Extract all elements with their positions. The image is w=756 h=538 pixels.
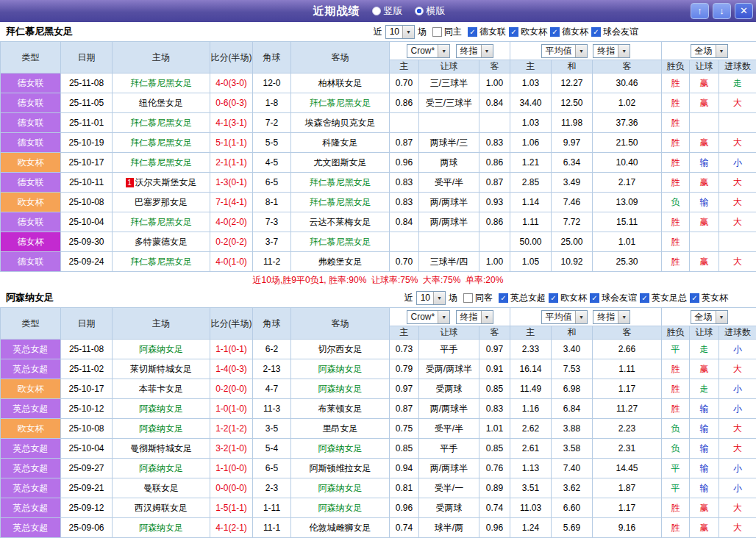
avg-away-odds: 21.50 <box>593 133 662 153</box>
col-handicap-result: 让球 <box>690 326 719 340</box>
section-header: 阿森纳女足 近 10▼ 场 同客 ✓英总女超✓欧女杯✓球会友谊✓英女足总✓英女杯 <box>0 288 756 307</box>
scroll-down-button[interactable]: ↓ <box>713 3 731 19</box>
corner-score: 1-8 <box>253 93 291 113</box>
away-team: 柏林联女足 <box>291 73 390 93</box>
corner-score: 2-13 <box>253 359 291 379</box>
scroll-up-button[interactable]: ↑ <box>691 3 709 19</box>
avg-away-odds: 13.09 <box>593 193 662 212</box>
league-filter-checkbox[interactable]: ✓球会友谊 <box>591 26 638 38</box>
handicap-line: 受平/半 <box>419 419 479 439</box>
league-label: 英总女超 <box>1 359 60 379</box>
col-type: 类型 <box>1 42 61 73</box>
handicap-line: 两/两球半 <box>419 193 479 212</box>
league-label: 德女杯 <box>1 232 60 251</box>
average-select[interactable]: 平均值▼ <box>541 310 588 324</box>
league-badge: 德女联 <box>1 93 61 113</box>
handicap-result-badge: 输 <box>690 439 719 459</box>
odds-final-select[interactable]: 终指▼ <box>456 310 493 324</box>
handicap-home-odds: 0.70 <box>390 73 419 93</box>
goals-result-badge: 小 <box>719 379 756 399</box>
league-filter-checkbox[interactable]: ✓英女足总 <box>640 292 687 304</box>
col-avg-home: 主 <box>510 60 552 73</box>
avg-away-odds: 1.17 <box>593 379 662 399</box>
layout-radio-vertical[interactable]: 竖版 <box>372 4 403 18</box>
odds-source-select[interactable]: Crow*▼ <box>407 44 451 58</box>
result-badge: 胜 <box>662 93 690 113</box>
league-filter-checkbox[interactable]: ✓欧女杯 <box>549 292 587 304</box>
result-badge: 胜 <box>662 399 690 419</box>
avg-draw-odds: 11.98 <box>552 113 593 133</box>
filters: 近 10▼ 场 同客 ✓英总女超✓欧女杯✓球会友谊✓英女足总✓英女杯 <box>404 291 728 305</box>
odds-source-select[interactable]: Crow*▼ <box>407 310 451 324</box>
radio-label: 竖版 <box>384 4 403 18</box>
away-team: 阿森纳女足 <box>291 379 390 399</box>
average-final-select[interactable]: 终指▼ <box>593 44 630 58</box>
corner-score: 11-2 <box>253 252 291 272</box>
col-avg-draw: 和 <box>552 60 593 73</box>
dropdown-arrow-icon: ▼ <box>618 311 630 323</box>
handicap-away-odds <box>479 232 510 252</box>
result-badge: 负 <box>662 419 690 439</box>
match-date: 25-10-11 <box>61 173 113 193</box>
handicap-away-odds: 0.93 <box>479 193 510 212</box>
avg-away-odds: 1.02 <box>593 93 662 113</box>
league-filter-checkbox[interactable]: ✓欧女杯 <box>509 26 547 38</box>
same-venue-label: 同主 <box>444 26 462 38</box>
scope-select[interactable]: 全场▼ <box>691 44 728 58</box>
avg-home-odds: 1.24 <box>510 518 552 538</box>
score: 1-5(1-1) <box>210 498 253 518</box>
match-count-select[interactable]: 10▼ <box>416 291 446 305</box>
avg-home-odds: 1.21 <box>510 153 552 173</box>
layout-radio-horizontal[interactable]: 横版 <box>415 4 446 18</box>
league-badge: 英总女超 <box>1 340 61 359</box>
league-filter-checkbox[interactable]: ✓德女联 <box>468 26 506 38</box>
league-badge: 英总女超 <box>1 459 61 478</box>
col-goals: 进球数 <box>719 326 756 340</box>
same-venue-checkbox[interactable]: 同客 <box>463 292 493 304</box>
score: 0-2(0-0) <box>210 379 253 399</box>
handicap-home-odds: 0.87 <box>390 399 419 419</box>
average-final-select[interactable]: 终指▼ <box>593 310 630 324</box>
scope-select[interactable]: 全场▼ <box>691 310 728 324</box>
col-score: 比分(半场) <box>210 308 253 340</box>
league-filter-checkbox[interactable]: ✓英总女超 <box>499 292 546 304</box>
goals-result-badge: 走 <box>719 73 756 93</box>
goals-result-badge: 小 <box>719 459 756 478</box>
col-avg-home: 主 <box>510 326 552 340</box>
league-badge: 德女杯 <box>1 232 61 252</box>
goals-result-badge: 大 <box>719 419 756 439</box>
home-team: 拜仁慕尼黑女足 <box>113 133 210 153</box>
league-badge: 英总女超 <box>1 359 61 379</box>
match-date: 25-10-17 <box>61 379 113 399</box>
avg-draw-odds: 3.49 <box>552 173 593 193</box>
match-row: 德女联25-10-19拜仁慕尼黑女足5-1(1-1)5-5科隆女足0.87两球半… <box>1 133 756 153</box>
matches-table: 类型 日期 主场 比分(半场) 角球 客场 Crow*▼ 终指▼ 平均值▼ 终指… <box>0 41 756 272</box>
handicap-result-badge: 赢 <box>690 173 719 193</box>
average-select[interactable]: 平均值▼ <box>541 44 588 58</box>
league-filter-checkbox[interactable]: ✓球会友谊 <box>590 292 637 304</box>
avg-away-odds: 1.01 <box>593 232 662 252</box>
score: 0-6(0-3) <box>210 93 253 113</box>
handicap-line: 球半/两 <box>419 518 479 538</box>
match-count-select[interactable]: 10▼ <box>385 25 415 39</box>
avg-draw-odds: 3.58 <box>552 439 593 459</box>
goals-result-badge: 大 <box>719 518 756 538</box>
odds-final-select[interactable]: 终指▼ <box>456 44 493 58</box>
away-team: 弗赖堡女足 <box>291 252 390 272</box>
same-venue-checkbox[interactable]: 同主 <box>432 26 462 38</box>
close-button[interactable]: ✕ <box>735 3 753 19</box>
handicap-away-odds: 0.85 <box>479 439 510 459</box>
away-team: 阿森纳女足 <box>291 478 390 498</box>
handicap-result-badge: 赢 <box>690 498 719 518</box>
titlebar: 近期战绩 竖版 横版 ↑ ↓ ✕ <box>0 0 756 22</box>
league-filter-checkbox[interactable]: ✓英女杯 <box>690 292 728 304</box>
match-date: 25-09-27 <box>61 459 113 478</box>
handicap-home-odds: 0.74 <box>390 518 419 538</box>
score: 3-2(1-0) <box>210 439 253 459</box>
away-team: 拜仁慕尼黑女足 <box>291 173 390 193</box>
handicap-home-odds: 0.84 <box>390 212 419 232</box>
goals-result-badge: 大 <box>719 193 756 212</box>
league-filter-checkbox[interactable]: ✓德女杯 <box>550 26 588 38</box>
dropdown-arrow-icon: ▼ <box>716 45 727 57</box>
checkbox-icon <box>463 293 473 303</box>
